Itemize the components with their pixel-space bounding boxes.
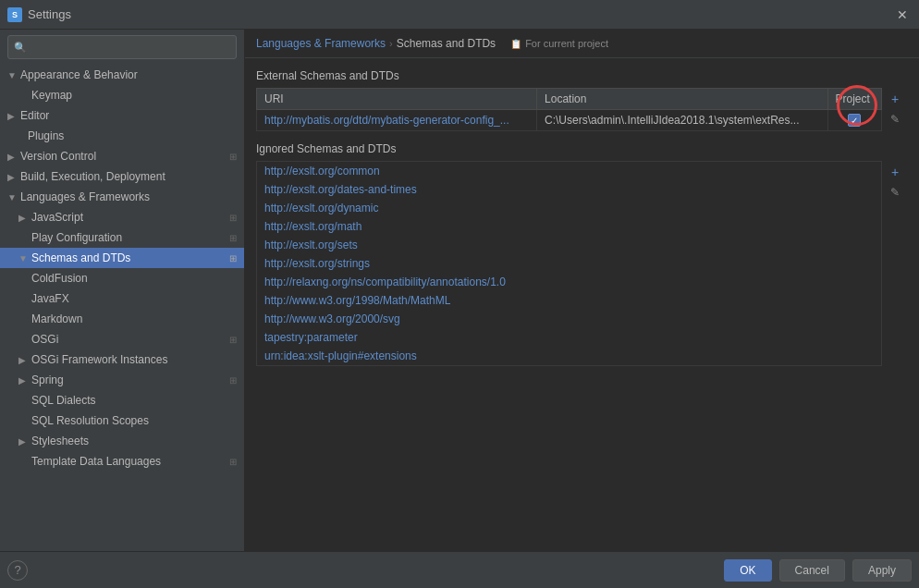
sidebar-item-label: Schemas and DTDs [31, 251, 130, 264]
sidebar-item-javafx[interactable]: JavaFX [0, 288, 244, 309]
sidebar-item-label: JavaFX [31, 292, 69, 305]
list-item[interactable]: http://www.w3.org/1998/Math/MathML [257, 291, 881, 310]
list-item[interactable]: http://exslt.org/math [257, 217, 881, 236]
title-bar: S Settings ✕ [0, 0, 919, 30]
bottom-right: OK Cancel Apply [724, 559, 912, 582]
sidebar-item-label: OSGi [31, 333, 58, 346]
sidebar-item-label: OSGi Framework Instances [31, 353, 167, 366]
sidebar-item-sql-resolution[interactable]: SQL Resolution Scopes [0, 410, 244, 431]
ignored-list-side-actions: + ✎ [882, 161, 908, 366]
edit-external-button[interactable]: ✎ [886, 110, 904, 129]
project-checkbox[interactable]: ✓ [848, 114, 861, 127]
sidebar-item-plugins[interactable]: Plugins [0, 126, 244, 146]
sidebar-item-osgi[interactable]: OSGi ⊞ [0, 329, 244, 349]
sidebar-item-label: ColdFusion [31, 272, 88, 285]
close-button[interactable]: ✕ [893, 6, 912, 24]
list-item[interactable]: urn:idea:xslt-plugin#extensions [257, 347, 881, 365]
expand-arrow: ▶ [7, 111, 17, 121]
bottom-bar: ? OK Cancel Apply [0, 551, 919, 588]
list-item[interactable]: http://exslt.org/common [257, 162, 881, 180]
search-box[interactable]: 🔍 [7, 35, 237, 59]
cancel-button[interactable]: Cancel [779, 559, 845, 582]
expand-arrow: ▶ [18, 213, 28, 223]
list-item[interactable]: http://relaxng.org/ns/compatibility/anno… [257, 273, 881, 291]
search-icon: 🔍 [14, 42, 27, 54]
list-item[interactable]: http://exslt.org/sets [257, 236, 881, 254]
expand-arrow: ▶ [18, 375, 28, 386]
breadcrumb-parent[interactable]: Languages & Frameworks [256, 37, 386, 50]
sidebar-item-languages[interactable]: ▼ Languages & Frameworks [0, 187, 244, 207]
project-cell: ✓ [827, 110, 881, 131]
breadcrumb-separator: › [389, 38, 393, 49]
list-item[interactable]: http://exslt.org/dates-and-times [257, 180, 881, 199]
list-item[interactable]: tapestry:parameter [257, 328, 881, 347]
item-icon: ⊞ [229, 152, 237, 162]
item-icon: ⊞ [229, 335, 237, 345]
search-input[interactable] [31, 41, 230, 54]
breadcrumb-current: Schemas and DTDs [397, 37, 496, 50]
apply-button[interactable]: Apply [852, 559, 912, 582]
sidebar-item-editor[interactable]: ▶ Editor [0, 105, 244, 126]
sidebar-item-markdown[interactable]: Markdown [0, 309, 244, 329]
checkbox-wrapper[interactable]: ✓ [836, 114, 874, 127]
edit-ignored-button[interactable]: ✎ [886, 183, 904, 202]
add-external-button[interactable]: + [886, 90, 904, 108]
sidebar-item-javascript[interactable]: ▶ JavaScript ⊞ [0, 207, 244, 227]
ok-button[interactable]: OK [724, 559, 771, 582]
sidebar-item-label: Editor [20, 109, 49, 122]
scope-text: For current project [525, 38, 608, 49]
list-item[interactable]: http://exslt.org/dynamic [257, 199, 881, 217]
sidebar-item-osgi-framework[interactable]: ▶ OSGi Framework Instances [0, 349, 244, 370]
external-section-label: External Schemas and DTDs [256, 69, 908, 82]
sidebar-item-build[interactable]: ▶ Build, Execution, Deployment [0, 166, 244, 187]
ignored-list-wrapper: http://exslt.org/common http://exslt.org… [256, 161, 908, 366]
sidebar-item-version-control[interactable]: ▶ Version Control ⊞ [0, 146, 244, 166]
expand-arrow: ▶ [7, 152, 17, 162]
content-area: Languages & Frameworks › Schemas and DTD… [245, 30, 919, 551]
main-container: 🔍 ▼ Appearance & Behavior Keymap ▶ Edito… [0, 30, 919, 551]
sidebar-item-schemas-dtds[interactable]: ▼ Schemas and DTDs ⊞ [0, 248, 244, 268]
sidebar-item-appearance[interactable]: ▼ Appearance & Behavior [0, 65, 244, 85]
external-table-wrapper: URI Location Project [256, 88, 882, 135]
help-button[interactable]: ? [7, 560, 28, 581]
project-column-header: Project [827, 89, 881, 110]
sidebar-item-template-data[interactable]: Template Data Languages ⊞ [0, 451, 244, 472]
sidebar-item-label: Stylesheets [31, 435, 89, 447]
item-icon: ⊞ [229, 457, 237, 467]
sidebar-item-label: JavaScript [31, 211, 83, 224]
sidebar: 🔍 ▼ Appearance & Behavior Keymap ▶ Edito… [0, 30, 245, 551]
item-icon: ⊞ [229, 233, 237, 243]
expand-arrow: ▶ [18, 436, 28, 447]
sidebar-item-label: Play Configuration [31, 231, 122, 244]
scope-icon: 📋 [510, 39, 521, 49]
sidebar-item-play-config[interactable]: Play Configuration ⊞ [0, 227, 244, 248]
item-icon: ⊞ [229, 375, 237, 386]
sidebar-item-sql-dialects[interactable]: SQL Dialects [0, 390, 244, 410]
list-item[interactable]: http://www.w3.org/2000/svg [257, 310, 881, 328]
sidebar-item-keymap[interactable]: Keymap [0, 85, 244, 105]
uri-column-header: URI [257, 89, 537, 110]
external-table-with-actions: URI Location Project [256, 88, 908, 135]
window-title: Settings [28, 7, 893, 21]
expand-arrow: ▼ [7, 192, 17, 202]
sidebar-item-label: Version Control [20, 150, 96, 163]
expand-arrow: ▼ [18, 253, 28, 263]
sidebar-item-label: Spring [31, 374, 64, 386]
sidebar-item-coldfusion[interactable]: ColdFusion [0, 268, 244, 288]
sidebar-item-spring[interactable]: ▶ Spring ⊞ [0, 370, 244, 390]
sidebar-item-label: Template Data Languages [31, 455, 161, 468]
expand-arrow: ▶ [7, 172, 17, 182]
add-ignored-button[interactable]: + [886, 163, 904, 181]
sidebar-item-label: Build, Execution, Deployment [20, 170, 165, 183]
external-table-side-actions: + ✎ [882, 88, 908, 135]
sidebar-item-stylesheets[interactable]: ▶ Stylesheets [0, 431, 244, 451]
table-row: http://mybatis.org/dtd/mybatis-generator… [257, 110, 882, 131]
app-icon: S [7, 7, 22, 22]
breadcrumb: Languages & Frameworks › Schemas and DTD… [245, 30, 919, 58]
sidebar-item-label: Keymap [31, 89, 72, 102]
content-inner: External Schemas and DTDs URI Location [245, 58, 919, 551]
expand-arrow: ▼ [7, 70, 17, 80]
item-icon: ⊞ [229, 213, 237, 223]
expand-arrow: ▶ [18, 355, 28, 365]
list-item[interactable]: http://exslt.org/strings [257, 254, 881, 273]
